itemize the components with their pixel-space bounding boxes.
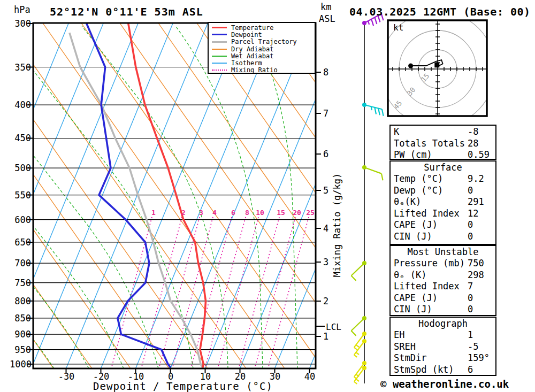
table-row: Temp (°C)9.2 <box>391 173 495 185</box>
pressure-tick-label: 900 <box>10 329 31 340</box>
table-row-label: Pressure (mb) <box>394 258 465 268</box>
table-row-value: 298 <box>468 270 484 281</box>
altitude-axis-unit-km: km <box>320 2 331 12</box>
table-row-value: 0 <box>468 304 473 316</box>
table-row: PW (cm)0.59 <box>391 149 495 161</box>
pressure-tick-label: 450 <box>10 133 31 143</box>
table-row-label: StmSpd (kt) <box>394 364 454 375</box>
hodograph-start-dot <box>408 64 413 68</box>
run-datetime: 04.03.2025 12GMT (Base: 00) <box>349 5 531 18</box>
wind-barb <box>362 103 384 116</box>
table-row-value: 12 <box>468 208 478 220</box>
pressure-tick-label: 550 <box>10 190 31 201</box>
table-row-label: θₑ(K) <box>394 196 421 207</box>
table-row: StmSpd (kt)6 <box>391 364 495 376</box>
legend-label: Wet Adiabat <box>231 52 273 60</box>
index-table: HodographEH1SREH-5StmDir159°StmSpd (kt)6 <box>389 317 496 376</box>
table-row: Lifted Index12 <box>391 208 495 220</box>
index-table: Most UnstablePressure (mb)750θₑ (K)298Li… <box>389 245 496 316</box>
table-row: CIN (J)0 <box>391 304 495 316</box>
legend-row: Dewpoint <box>209 31 315 38</box>
temperature-tick-label: 30 <box>259 371 291 382</box>
temperature-tick-label: -30 <box>50 371 82 382</box>
pressure-tick-label: 750 <box>10 278 31 288</box>
legend-label: Isotherm <box>231 59 262 67</box>
mixing-ratio-value-label: 20 <box>291 209 303 217</box>
mixing-ratio-value-label: 2 <box>178 209 189 217</box>
km-tick-label: 4 <box>323 223 328 234</box>
altitude-axis-unit-asl: ASL <box>319 13 335 24</box>
x-axis-title: Dewpoint / Temperature (°C) <box>93 380 273 392</box>
table-row: EH1 <box>391 329 495 341</box>
mixing-ratio-value-label: 10 <box>254 209 266 217</box>
mixing-ratio-value-label: 3 <box>195 209 207 217</box>
pressure-tick-label: 350 <box>10 62 31 73</box>
table-row-label: K <box>394 126 399 137</box>
table-row-label: Lifted Index <box>394 281 460 291</box>
storm-motion-marker <box>434 63 439 67</box>
legend-line-sample <box>212 63 227 64</box>
table-row-label: CAPE (J) <box>394 293 438 303</box>
table-row-label: Dewp (°C) <box>394 185 443 196</box>
table-row-value: 0 <box>468 219 473 231</box>
pressure-tick-label: 1000 <box>10 359 31 370</box>
table-row-label: StmDir <box>394 352 426 363</box>
table-row: CAPE (J)0 <box>391 293 495 304</box>
hodograph-unit-label: kt <box>393 22 403 33</box>
table-row-value: 291 <box>468 196 484 208</box>
mixing-ratio-axis-label: Mixing Ratio (g/kg) <box>332 173 342 277</box>
pressure-tick-label: 850 <box>10 313 31 324</box>
legend-line-sample <box>212 41 227 43</box>
skewt-sounding-page: 153045 hPa 52°12'N 0°11'E 53m ASL km ASL… <box>0 0 535 392</box>
legend-line-sample <box>212 27 227 28</box>
legend-row: Parcel Trajectory <box>209 39 315 45</box>
table-row-label: CIN (J) <box>394 231 432 242</box>
pressure-tick-label: 300 <box>10 18 31 29</box>
wind-barb-staff <box>351 14 384 384</box>
table-row: CIN (J)0 <box>391 231 495 243</box>
legend-row: Temperature <box>209 24 315 31</box>
isotherm-lines <box>0 23 451 368</box>
table-row-value: -5 <box>468 341 478 353</box>
pressure-tick-label: 700 <box>10 258 31 268</box>
legend-row: Isotherm <box>209 59 315 66</box>
table-title: Surface <box>391 162 495 173</box>
legend-label: Parcel Trajectory <box>231 38 297 45</box>
km-tick-label: 6 <box>323 149 328 159</box>
table-row-label: EH <box>394 329 404 340</box>
legend-row: Wet Adiabat <box>209 52 315 59</box>
hodograph-ring-label: 15 <box>419 72 431 83</box>
legend-line-sample <box>212 34 227 35</box>
legend-row: Dry Adiabat <box>209 45 315 52</box>
table-row-value: 0.59 <box>468 149 490 161</box>
pressure-tick-label: 800 <box>10 296 31 306</box>
legend-row: Mixing Ratio <box>209 67 315 74</box>
table-title: Most Unstable <box>391 247 495 258</box>
temperature-tick-label: -20 <box>85 371 117 382</box>
legend-label: Mixing Ratio <box>231 66 278 74</box>
table-row: Pressure (mb)750 <box>391 258 495 270</box>
table-row: SREH-5 <box>391 341 495 353</box>
hodograph-ring-label: 30 <box>406 86 417 97</box>
km-tick-label: 8 <box>323 67 328 78</box>
table-row-value: 1 <box>468 329 473 341</box>
table-row-value: 6 <box>468 364 473 376</box>
table-row-value: 28 <box>468 138 478 150</box>
table-row: θₑ (K)298 <box>391 270 495 281</box>
km-tick-label: 3 <box>323 257 328 267</box>
legend-line-sample <box>212 70 227 71</box>
table-title: Hodograph <box>391 318 495 329</box>
legend: TemperatureDewpointParcel TrajectoryDry … <box>208 22 316 74</box>
table-row-value: 750 <box>468 258 484 270</box>
pressure-tick-label: 500 <box>10 163 31 173</box>
pressure-tick-label: 600 <box>10 214 31 225</box>
mixing-ratio-lines <box>111 217 309 368</box>
table-row-value: 9.2 <box>468 173 484 185</box>
pressure-axis-unit: hPa <box>14 4 30 15</box>
table-row-value: 0 <box>468 293 473 304</box>
table-row-label: PW (cm) <box>394 149 432 160</box>
pressure-grid-lines <box>33 67 316 364</box>
temperature-tick-label: -10 <box>120 371 152 382</box>
pressure-tick-label: 650 <box>10 237 31 248</box>
km-tick-label: 2 <box>323 296 328 306</box>
